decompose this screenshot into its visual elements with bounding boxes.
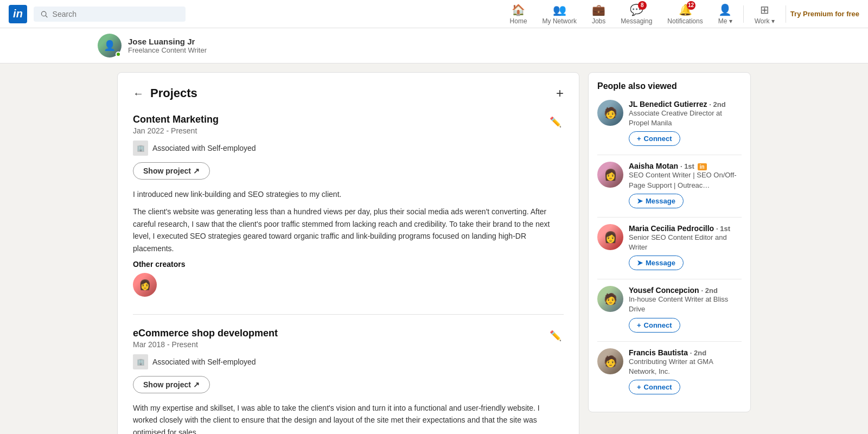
person-degree-aaisha: · 1st [680,162,694,170]
navbar: in 🏠 Home 👥 My Network 💼 Jobs 💬8 Messagi… [0,0,868,28]
company-icon-2: 🏢 [133,354,148,369]
edit-project-button[interactable]: ✏️ [547,114,564,130]
person-degree-yousef: · 2nd [701,286,718,295]
person-avatar-francis[interactable]: 🧑 [597,348,623,374]
connect-icon-yousef: + [637,321,641,329]
other-creators-section: Other creators 👩 [133,260,564,297]
nav-item-notifications[interactable]: 🔔12 Notifications [661,1,709,27]
person-info-maria: Maria Cecilia Pedrocillo · 1st Senior SE… [629,224,742,270]
connect-icon-jl: + [637,135,641,143]
message-label-maria: Message [646,259,675,267]
project-name: Content Marketing [133,114,219,125]
message-button-aaisha[interactable]: ➤ Message [629,194,684,208]
person-avatar-maria[interactable]: 👩 [597,224,623,250]
show-project-button[interactable]: Show project ↗ [133,162,210,180]
notifications-icon: 🔔12 [679,3,692,16]
connect-button-yousef[interactable]: + Connect [629,318,680,333]
connect-label-jl: Connect [644,135,672,143]
project-item-header: Content Marketing Jan 2022 - Present ✏️ [133,114,564,141]
person-avatar-yousef[interactable]: 🧑 [597,286,623,312]
associated-text: Associated with Self-employed [152,144,256,152]
show-project-label-2: Show project ↗ [143,380,200,389]
person-degree-jl: · 2nd [709,100,725,108]
back-button[interactable]: ← [133,87,144,100]
profile-name: Jose Luansing Jr [128,37,207,46]
person-degree-francis: · 2nd [690,349,706,357]
notifications-badge: 12 [687,1,695,10]
search-icon [40,10,48,18]
project-associated-2: 🏢 Associated with Self-employed [133,354,564,369]
people-also-viewed-card: People also viewed 🧑 JL Benedict Gutierr… [588,72,751,412]
connect-icon-francis: + [637,383,641,391]
nav-item-my-network[interactable]: 👥 My Network [536,1,583,27]
person-role-maria: Senior SEO Content Editor and Writer [629,233,742,252]
project-desc-1: I introduced new link-building and SEO s… [133,188,564,200]
right-sidebar: People also viewed 🧑 JL Benedict Gutierr… [588,72,751,412]
associated-text-2: Associated with Self-employed [152,358,256,366]
message-label-aaisha: Message [646,197,675,205]
projects-card: ← Projects + Content Marketing Jan 2022 … [117,72,579,434]
messaging-icon: 💬8 [630,3,643,16]
nav-item-jobs[interactable]: 💼 Jobs [585,1,612,27]
other-creators-label: Other creators [133,260,564,269]
message-icon-maria: ➤ [637,259,643,267]
nav-my-network-label: My Network [542,17,577,25]
connect-label-yousef: Connect [644,321,672,329]
profile-title: Freelance Content Writer [128,46,207,54]
project-dates: Jan 2022 - Present [133,126,219,135]
nav-me-label: Me ▾ [718,17,732,25]
search-bar[interactable] [34,7,186,22]
person-item-yousef: 🧑 Yousef Concepcion · 2nd In-house Conte… [597,286,742,332]
person-info-aaisha: Aaisha Motan · 1st in SEO Content Writer… [629,162,742,208]
home-icon: 🏠 [512,3,525,16]
person-avatar-aaisha[interactable]: 👩 [597,162,623,188]
online-indicator [116,52,121,57]
nav-jobs-label: Jobs [592,17,605,25]
message-button-maria[interactable]: ➤ Message [629,256,684,270]
project-info: Content Marketing Jan 2022 - Present [133,114,219,141]
main-layout: ← Projects + Content Marketing Jan 2022 … [108,72,760,434]
project-divider [133,314,564,315]
person-item-francis: 🧑 Francis Bautista · 2nd Contributing Wr… [597,348,742,394]
person-name-yousef: Yousef Concepcion · 2nd [629,286,742,295]
person-name-jl: JL Benedict Gutierrez · 2nd [629,100,742,108]
person-item-maria: 👩 Maria Cecilia Pedrocillo · 1st Senior … [597,224,742,270]
nav-work-label: Work ▾ [755,17,775,25]
nav-divider-2 [786,5,786,23]
connect-label-francis: Connect [644,383,672,391]
nav-item-work[interactable]: ⊞ Work ▾ [748,1,781,27]
connect-button-jl[interactable]: + Connect [629,131,680,146]
show-project-label: Show project ↗ [143,167,200,175]
nav-item-home[interactable]: 🏠 Home [503,1,534,27]
nav-item-me[interactable]: 👤 Me ▾ [712,1,739,27]
me-icon: 👤 [718,3,732,16]
person-info-francis: Francis Bautista · 2nd Contributing Writ… [629,348,742,394]
project-item-header-2: eCommerce shop development Mar 2018 - Pr… [133,328,564,354]
person-degree-maria: · 1st [716,225,730,233]
my-network-icon: 👥 [553,3,566,16]
nav-item-messaging[interactable]: 💬8 Messaging [614,1,659,27]
person-name-francis: Francis Bautista · 2nd [629,348,742,357]
connect-button-francis[interactable]: + Connect [629,380,680,394]
person-divider-3 [597,279,742,279]
linkedin-logo[interactable]: in [9,5,27,23]
try-premium-link[interactable]: Try Premium for free [790,10,859,18]
person-item-aaisha: 👩 Aaisha Motan · 1st in SEO Content Writ… [597,162,742,208]
person-role-francis: Contributing Writer at GMA Network, Inc. [629,357,742,376]
nav-messaging-label: Messaging [621,17,652,25]
project-item-ecommerce: eCommerce shop development Mar 2018 - Pr… [133,328,564,434]
people-also-viewed-title: People also viewed [597,81,742,91]
person-role-yousef: In-house Content Writer at Bliss Drive [629,295,742,314]
person-info-yousef: Yousef Concepcion · 2nd In-house Content… [629,286,742,332]
add-project-button[interactable]: + [556,86,564,101]
person-avatar-jl[interactable]: 🧑 [597,100,623,126]
search-input[interactable] [53,10,179,18]
messaging-badge: 8 [638,1,647,10]
person-name-aaisha: Aaisha Motan · 1st in [629,162,742,170]
creator-avatar[interactable]: 👩 [133,273,157,297]
project-desc-ecommerce: With my expertise and skillset, I was ab… [133,402,564,434]
edit-project-button-2[interactable]: ✏️ [547,328,564,344]
show-project-button-2[interactable]: Show project ↗ [133,376,210,393]
person-divider-1 [597,155,742,155]
profile-bar: 👤 Jose Luansing Jr Freelance Content Wri… [0,28,868,63]
